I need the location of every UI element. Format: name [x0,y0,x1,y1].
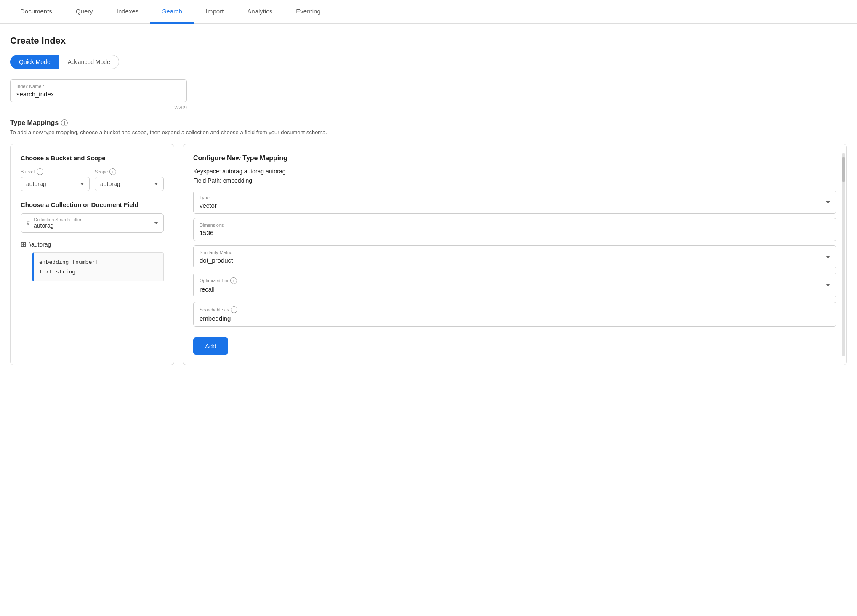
collection-filter-dropdown[interactable]: ⊽ Collection Search Filter autorag [21,213,164,233]
optimized-for-label: Optimized For i [200,277,237,284]
bucket-select[interactable]: autorag [21,177,90,191]
index-name-count: 12/209 [10,105,187,111]
tree-item-autorag[interactable]: ⊞ \autorag [21,239,164,250]
two-col-layout: Choose a Bucket and Scope Bucket i autor… [10,144,847,365]
tab-indexes[interactable]: Indexes [105,0,151,24]
collection-filter-chevron-icon [154,222,158,224]
dropdowns-row: Bucket i autorag Scope i autorag [21,168,164,191]
page-title: Create Index [10,35,847,46]
tab-import[interactable]: Import [194,0,236,24]
nav-tabs: Documents Query Indexes Search Import An… [0,0,857,24]
tree-children: embedding [number] text string [32,252,164,281]
index-name-input[interactable] [16,90,181,98]
searchable-as-info-icon[interactable]: i [231,306,237,313]
bucket-dropdown-group: Bucket i autorag [21,168,90,191]
add-button[interactable]: Add [193,337,228,355]
optimized-for-field[interactable]: Optimized For i recall [193,273,836,297]
type-mappings-description: To add a new type mapping, choose a buck… [10,129,847,135]
tab-search[interactable]: Search [150,0,194,24]
scrollbar[interactable] [842,153,845,356]
searchable-as-label: Searchable as i [200,306,830,313]
tab-query[interactable]: Query [64,0,105,24]
similarity-metric-label: Similarity Metric [200,250,233,255]
bucket-info-icon[interactable]: i [37,168,43,175]
keyspace-meta: Keyspace: autorag.autorag.autorag [193,168,836,175]
scope-dropdown-group: Scope i autorag [95,168,164,191]
index-name-container: Index Name * [10,79,187,102]
index-name-label: Index Name * [16,84,181,89]
collection-filter-value: autorag [34,222,82,229]
field-path-meta: Field Path: embedding [193,177,836,184]
scope-label: Scope i [95,168,164,175]
dimensions-label: Dimensions [200,223,830,228]
type-mappings-title: Type Mappings i [10,119,847,127]
similarity-metric-chevron-icon [826,256,830,258]
field-item[interactable]: embedding [number] text string [32,252,164,281]
dimensions-field[interactable]: Dimensions 1536 [193,218,836,241]
tab-eventing[interactable]: Eventing [284,0,332,24]
optimized-for-value: recall [200,286,237,293]
type-label: Type [200,195,217,200]
type-field[interactable]: Type vector [193,191,836,214]
tree-item-label: \autorag [29,241,51,248]
optimized-for-chevron-icon [826,284,830,287]
field-embedding[interactable]: embedding [number] [39,257,158,267]
similarity-metric-field[interactable]: Similarity Metric dot_product [193,245,836,268]
configure-title: Configure New Type Mapping [193,154,836,162]
field-text: text string [39,267,158,276]
searchable-as-value: embedding [200,315,830,322]
searchable-as-field[interactable]: Searchable as i embedding [193,302,836,327]
left-panel: Choose a Bucket and Scope Bucket i autor… [10,144,174,365]
bucket-chevron-icon [80,183,84,185]
advanced-mode-button[interactable]: Advanced Mode [59,55,119,69]
mode-buttons: Quick Mode Advanced Mode [10,55,847,69]
quick-mode-button[interactable]: Quick Mode [10,55,59,69]
scope-chevron-icon [154,183,158,185]
type-mappings-info-icon[interactable]: i [61,119,68,126]
dimensions-value: 1536 [200,229,830,236]
optimized-for-info-icon[interactable]: i [230,277,237,284]
tab-analytics[interactable]: Analytics [235,0,284,24]
bucket-scope-title: Choose a Bucket and Scope [21,154,164,162]
scope-select[interactable]: autorag [95,177,164,191]
scope-info-icon[interactable]: i [109,168,116,175]
filter-icon: ⊽ [26,220,30,226]
tree-expand-icon: ⊞ [21,240,26,248]
type-value: vector [200,202,217,209]
bucket-label: Bucket i [21,168,90,175]
collection-section-title: Choose a Collection or Document Field [21,201,164,208]
similarity-metric-value: dot_product [200,257,233,264]
right-panel: Configure New Type Mapping Keyspace: aut… [183,144,847,365]
scrollbar-thumb [842,157,845,182]
collection-filter-label: Collection Search Filter [34,217,82,222]
type-chevron-icon [826,201,830,204]
tab-documents[interactable]: Documents [8,0,64,24]
